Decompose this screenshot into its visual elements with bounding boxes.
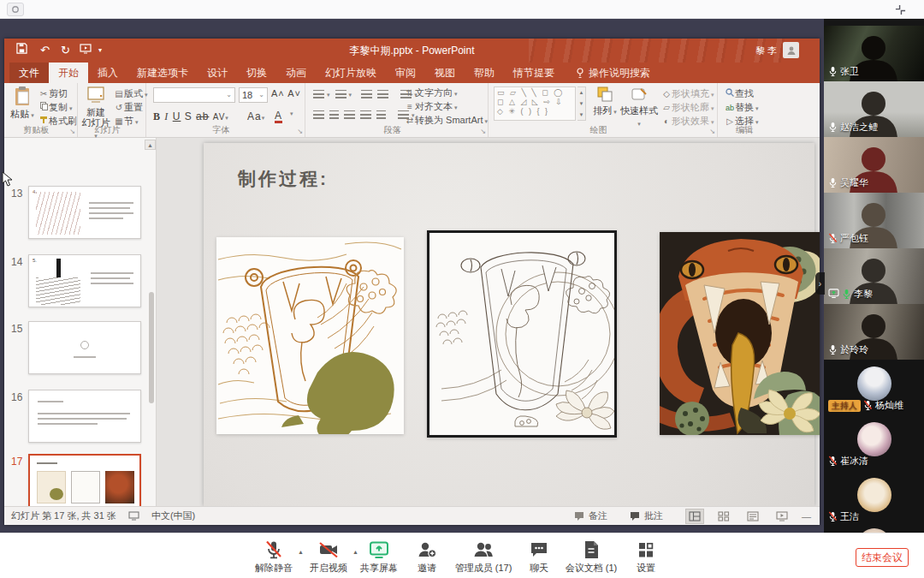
notes-button[interactable]: 备注	[574, 509, 607, 522]
grow-font-icon[interactable]: A˄ A˅	[271, 88, 301, 98]
font-style-buttons[interactable]: B I U S ab AV▾	[153, 110, 229, 123]
tab-动画[interactable]: 动画	[276, 63, 316, 83]
participant-tile-李黎[interactable]: 李黎	[824, 248, 924, 304]
exit-fullscreen-icon[interactable]	[891, 3, 909, 16]
slide-thumbnail-15[interactable]	[28, 321, 141, 374]
toolbar-invite-button[interactable]: 邀请	[394, 539, 459, 575]
participant-tile-partial[interactable]	[824, 527, 924, 533]
font-dialog-launcher[interactable]: ↘	[297, 128, 303, 135]
mic-muted-icon	[828, 456, 838, 468]
normal-view-icon[interactable]	[685, 509, 704, 524]
tab-审阅[interactable]: 审阅	[386, 63, 425, 83]
participant-tile-杨灿维[interactable]: 主持人杨灿维	[824, 360, 924, 415]
account-name[interactable]: 黎 李	[755, 45, 777, 57]
powerpoint-window: ↶ ↻ ▾ 李黎中期.pptx - PowerPoint 黎 李 文件开始插入新…	[4, 39, 820, 525]
layout-button[interactable]: ▤版式 ▾	[114, 87, 147, 100]
thumbnail-scrollbar[interactable]	[149, 292, 154, 403]
tab-设计[interactable]: 设计	[198, 63, 237, 83]
font-size-combo[interactable]: 18⌄	[239, 87, 268, 103]
display-settings-icon[interactable]	[128, 511, 139, 521]
slide-thumbnail-16[interactable]	[28, 390, 141, 443]
reset-button[interactable]: ↺重置	[114, 101, 143, 114]
tell-me-search[interactable]: 操作说明搜索	[576, 63, 650, 83]
participant-name-row: 张卫	[828, 65, 859, 78]
paste-button[interactable]: 粘贴 ▾	[9, 86, 35, 121]
thumbnail-number-14: 14	[11, 256, 22, 268]
thumbnail-number-17: 17	[11, 456, 22, 468]
participant-name: 严包钰	[840, 232, 868, 245]
list-buttons[interactable]: ▾ ▾ ▾	[311, 88, 418, 98]
participant-name-row: 於玲玲	[828, 343, 868, 356]
tab-情节提要[interactable]: 情节提要	[504, 63, 564, 83]
replace-button[interactable]: ab替换 ▾	[725, 101, 758, 114]
drawing-dialog-launcher[interactable]: ↘	[709, 128, 715, 135]
quick-styles-button[interactable]: 快速样式 ▾	[620, 86, 658, 129]
slide-sorter-icon[interactable]	[714, 509, 733, 524]
clipboard-dialog-launcher[interactable]: ↘	[69, 128, 75, 135]
mic-icon	[828, 177, 838, 189]
participant-tile-崔冰清[interactable]: 崔冰清	[824, 415, 924, 471]
align-buttons[interactable]: ▾	[311, 109, 415, 119]
slide-thumbnail-panel[interactable]: ▲ 134.145.15161718	[4, 138, 157, 506]
comments-button[interactable]: 批注	[630, 509, 663, 522]
participant-name-row: 崔冰清	[828, 455, 868, 468]
font-color-icon[interactable]: A	[275, 110, 282, 123]
find-button[interactable]: 查找	[725, 87, 754, 100]
window-control-icon[interactable]	[7, 3, 24, 16]
thumbnail-number-13: 13	[11, 188, 22, 200]
tab-插入[interactable]: 插入	[88, 63, 127, 83]
shapes-scroll-arrows[interactable]: ▲▼▼	[578, 86, 586, 121]
participant-name: 赵洁之鳢	[840, 121, 878, 134]
slide-image-final-color[interactable]	[660, 232, 820, 435]
arrange-button[interactable]: 排列 ▾	[591, 86, 619, 117]
shapes-gallery[interactable]: ▭ ▱ ╲ ╲ ◻ ◯ ◻ △ ◿ ◺ ⇨ ⇩ ◇ ✳ ( ) { }	[494, 86, 576, 121]
tab-新建选项卡[interactable]: 新建选项卡	[127, 63, 198, 83]
cut-button[interactable]: ✂剪切	[38, 87, 68, 100]
end-meeting-button[interactable]: 结束会议	[856, 548, 909, 567]
window-title: 李黎中期.pptx - PowerPoint	[4, 44, 820, 58]
participant-tile-王洁[interactable]: 王洁	[824, 471, 924, 527]
slideshow-view-icon[interactable]	[773, 509, 791, 524]
slide-thumbnail-14[interactable]: 5.	[28, 254, 141, 307]
zoom-out-icon[interactable]: —	[802, 511, 811, 521]
participant-avatar	[857, 366, 891, 401]
slide-image-detail-line-art[interactable]	[427, 230, 617, 438]
slide-canvas[interactable]: 制作过程:	[204, 143, 814, 506]
mic-icon	[828, 66, 838, 78]
shape-outline-button[interactable]: ▱形状轮廓 ▾	[661, 101, 714, 114]
font-name-combo[interactable]: ⌄	[153, 87, 235, 103]
language-indicator[interactable]: 中文(中国)	[151, 509, 195, 522]
toolbar-settings-button[interactable]: 设置	[613, 539, 678, 575]
tab-切换[interactable]: 切换	[237, 63, 276, 83]
text-direction-button[interactable]: ⇅文字方向 ▾	[405, 86, 457, 99]
mic-icon	[828, 344, 838, 356]
tab-文件[interactable]: 文件	[9, 63, 49, 83]
powerpoint-statusbar: 幻灯片 第 17 张, 共 31 张 中文(中国) 备注 批注	[4, 506, 820, 525]
slide-image-gold-line-art[interactable]	[216, 237, 404, 434]
thumbnail-scroll-up-icon[interactable]: ▲	[145, 140, 156, 150]
sidebar-collapse-icon[interactable]: ›	[815, 272, 825, 295]
ribbon-group-font: ⌄ 18⌄ A˄ A˅ B I U S ab AV▾ Aa▾ A ▾ 字体 ↘	[146, 83, 305, 137]
copy-button[interactable]: 复制 ▾	[38, 101, 72, 114]
align-text-button[interactable]: ≡对齐文本 ▾	[405, 100, 457, 113]
participant-tile-严包钰[interactable]: 严包钰	[824, 193, 924, 248]
change-case-icon[interactable]: Aa▾	[247, 110, 265, 122]
participant-name: 崔冰清	[840, 455, 868, 468]
participant-tile-於玲玲[interactable]: 於玲玲	[824, 304, 924, 360]
screen: ↶ ↻ ▾ 李黎中期.pptx - PowerPoint 黎 李 文件开始插入新…	[0, 0, 924, 578]
reading-view-icon[interactable]	[743, 509, 762, 524]
slide-thumbnail-17[interactable]	[28, 454, 141, 513]
account-avatar[interactable]	[783, 42, 799, 58]
tab-幻灯片放映[interactable]: 幻灯片放映	[316, 63, 386, 83]
paragraph-dialog-launcher[interactable]: ↘	[480, 128, 486, 135]
participant-name: 於玲玲	[840, 343, 868, 356]
slide-thumbnail-13[interactable]: 4.	[28, 186, 141, 239]
tab-视图[interactable]: 视图	[425, 63, 465, 83]
tab-开始[interactable]: 开始	[49, 63, 88, 83]
participant-tile-吴耀华[interactable]: 吴耀华	[824, 137, 924, 193]
shape-fill-button[interactable]: ◇形状填充 ▾	[661, 87, 714, 100]
participant-tile-张卫[interactable]: 张卫	[824, 26, 924, 81]
participant-tile-赵洁之鳢[interactable]: 赵洁之鳢	[824, 81, 924, 137]
tab-帮助[interactable]: 帮助	[465, 63, 504, 83]
slide-counter: 幻灯片 第 17 张, 共 31 张	[11, 509, 116, 522]
